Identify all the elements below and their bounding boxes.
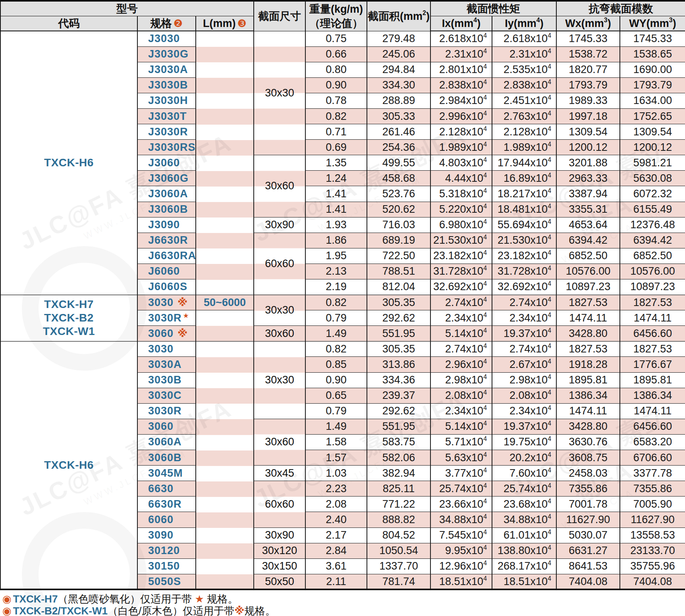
iy-cell: 138.80x104	[492, 543, 556, 558]
area-cell: 520.62	[367, 202, 430, 217]
spec-cell: J3030R	[137, 124, 196, 140]
iy-cell: 23.182x104	[492, 248, 556, 264]
weight-cell: 2.13	[305, 264, 367, 279]
ix-cell: 5.220x104	[430, 202, 492, 217]
wy-cell: 5630.08	[620, 171, 685, 186]
wy-cell: 23133.70	[620, 543, 685, 558]
weight-cell: 1.35	[305, 155, 367, 171]
wy-cell: 1200.12	[620, 140, 685, 155]
wy-cell: 7355.86	[620, 481, 685, 497]
weight-cell: 2.08	[305, 497, 367, 512]
table-body: TXCK-H6J303030x300.75279.482.618x1042.61…	[0, 31, 685, 589]
wx-cell: 1918.28	[556, 357, 620, 372]
section-size-cell: 30x90	[254, 527, 305, 543]
ix-cell: 31.728x104	[430, 264, 492, 279]
ix-cell: 2.74x104	[430, 295, 492, 310]
weight-cell: 1.41	[305, 186, 367, 202]
area-cell: 305.35	[367, 295, 430, 310]
spec-cell: J3060	[137, 155, 196, 171]
ix-cell: 2.984x104	[430, 93, 492, 108]
area-cell: 288.89	[367, 93, 430, 108]
wy-cell: 6456.60	[620, 419, 685, 434]
wx-cell: 10897.23	[556, 279, 620, 295]
wy-cell: 1827.53	[620, 295, 685, 310]
area-cell: 1337.70	[367, 558, 430, 574]
iy-cell: 23.68x104	[492, 497, 556, 512]
wx-cell: 3428.80	[556, 326, 620, 341]
wy-cell: 11627.90	[620, 512, 685, 527]
spec-cell: J6060	[137, 264, 196, 279]
ix-cell: 5.63x104	[430, 450, 492, 466]
area-cell: 804.52	[367, 527, 430, 543]
wx-cell: 3387.94	[556, 186, 620, 202]
wy-cell: 6706.60	[620, 450, 685, 466]
footnote: ◉TXCK-B2/TXCK-W1（白色/原木色）仅适用于带※规格。	[2, 605, 683, 616]
weight-cell: 2.23	[305, 481, 367, 497]
ix-cell: 23.66x104	[430, 497, 492, 512]
length-cell	[196, 31, 254, 295]
weight-cell: 2.84	[305, 543, 367, 558]
area-cell: 292.62	[367, 403, 430, 419]
footnote-text: TXCK-H7	[13, 593, 58, 605]
ix-cell: 2.128x104	[430, 124, 492, 140]
wy-cell: 10897.23	[620, 279, 685, 295]
weight-cell: 1.86	[305, 233, 367, 248]
wx-cell: 6631.27	[556, 543, 620, 558]
wx-cell: 3608.75	[556, 450, 620, 466]
iy-cell: 2.838x104	[492, 77, 556, 93]
ix-cell: 4.44x104	[430, 171, 492, 186]
wy-cell: 1776.67	[620, 357, 685, 372]
wy-cell: 6852.50	[620, 248, 685, 264]
weight-cell: 2.11	[305, 574, 367, 589]
spec-cell: 6630R	[137, 497, 196, 512]
weight-cell: 2.40	[305, 512, 367, 527]
header-wy: WY(mm3)	[620, 16, 685, 31]
wy-cell: 12376.48	[620, 217, 685, 233]
ix-cell: 9.95x104	[430, 543, 492, 558]
wx-cell: 2963.33	[556, 171, 620, 186]
wy-cell: 1634.00	[620, 93, 685, 108]
area-cell: 781.74	[367, 574, 430, 589]
area-cell: 771.22	[367, 497, 430, 512]
area-cell: 245.06	[367, 46, 430, 62]
section-size-cell: 30x60	[254, 326, 305, 341]
section-size-cell: 30x60	[254, 419, 305, 465]
area-cell: 305.33	[367, 108, 430, 124]
area-cell: 825.11	[367, 481, 430, 497]
wx-cell: 6394.42	[556, 233, 620, 248]
area-cell: 279.48	[367, 31, 430, 46]
area-cell: 788.51	[367, 264, 430, 279]
footnote-text: 规格。	[204, 593, 238, 605]
ix-cell: 6.980x104	[430, 217, 492, 233]
footnotes: ◉TXCK-H7（黑色喷砂氧化）仅适用于带 ★ 规格。◉TXCK-B2/TXCK…	[0, 590, 685, 616]
weight-cell: 2.19	[305, 279, 367, 295]
iy-cell: 2.67x104	[492, 357, 556, 372]
spec-cell: 6060	[137, 512, 196, 527]
wx-cell: 8641.53	[556, 558, 620, 574]
ix-cell: 7.545x104	[430, 527, 492, 543]
iy-cell: 2.451x104	[492, 93, 556, 108]
footnote-text: ★	[195, 593, 204, 605]
iy-cell: 2.74x104	[492, 295, 556, 310]
spec-badge-icon: ❷	[174, 17, 183, 29]
weight-cell: 1.03	[305, 466, 367, 481]
wy-cell: 6072.32	[620, 186, 685, 202]
spec-cell: 3030R	[137, 403, 196, 419]
area-cell: 294.84	[367, 62, 430, 77]
weight-cell: 1.49	[305, 419, 367, 434]
weight-cell: 0.75	[305, 31, 367, 46]
iy-cell: 61.01x104	[492, 527, 556, 543]
area-cell: 583.75	[367, 434, 430, 450]
wx-cell: 1820.77	[556, 62, 620, 77]
wx-cell: 1745.33	[556, 31, 620, 46]
length-badge-icon: ❸	[237, 17, 247, 29]
header-modulus: 抗弯截面模数	[556, 1, 685, 16]
wx-cell: 7404.08	[556, 574, 620, 589]
wx-cell: 2458.03	[556, 466, 620, 481]
iy-cell: 1.989x104	[492, 140, 556, 155]
wx-cell: 6852.50	[556, 248, 620, 264]
spec-cell: 3060A	[137, 434, 196, 450]
iy-cell: 2.128x104	[492, 124, 556, 140]
ix-cell: 2.801x104	[430, 62, 492, 77]
spec-cell: J6060S	[137, 279, 196, 295]
